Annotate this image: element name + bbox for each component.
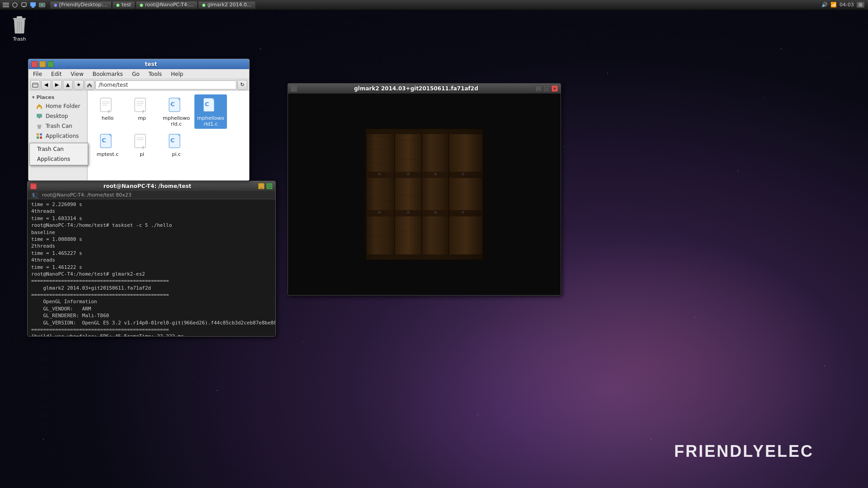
terminal-close-btn[interactable] [30,183,37,189]
glmark2-titlebar: glmark2 2014.03+git20150611.fa71af2d _ □… [288,84,561,94]
location-bar[interactable]: /home/test [95,80,236,89]
taskbar-icon-5[interactable] [38,1,46,9]
taskbar-volume-icon[interactable]: 🔊 [821,2,828,8]
terminal-content[interactable]: time = 2.226090 s 4threads time = 1.6033… [28,199,275,336]
file-label-pi-c: pi.c [172,151,181,157]
taskbar-icon-3[interactable] [20,1,28,9]
svg-line-14 [21,21,22,33]
file-manager-close-btn[interactable] [31,61,38,67]
file-item-pi-c[interactable]: C pi.c [160,131,193,159]
terminal-line-16: GL_RENDERER: Mali-T860 [31,312,272,319]
file-item-pi[interactable]: ? pi [126,131,158,159]
taskbar-network-icon[interactable]: 📶 [830,2,837,8]
glmark2-close-btn[interactable]: × [552,85,558,92]
taskbar-menu-icon[interactable] [2,1,10,9]
taskbar-window-btn[interactable]: ⊞ [857,2,864,8]
home-folder-icon [36,103,43,110]
toolbar-forward-btn[interactable]: ▶ [52,80,62,90]
terminal-line-5: time = 1.008880 s [31,236,272,243]
svg-rect-6 [30,2,36,6]
svg-rect-2 [3,6,9,7]
taskbar-right: 🔊 📶 04:03 ⊞ [818,2,868,8]
toolbar-bookmarks-btn[interactable]: ★ [74,80,84,90]
svg-rect-20 [40,133,42,136]
terminal-line-14: OpenGL Information [31,298,272,305]
taskbar-icon-4[interactable] [29,1,37,9]
sidebar-item-home[interactable]: Home Folder [28,101,87,111]
terminal-max-btn[interactable]: □ [266,183,273,189]
taskbar-icon-2[interactable] [11,1,19,9]
menu-view[interactable]: View [69,70,85,78]
file-icon-mphelloworld-c: C [167,96,186,115]
file-manager-min-btn[interactable] [39,61,46,67]
glmark2-min-btn[interactable]: _ [535,85,542,92]
menu-tools[interactable]: Tools [147,70,164,78]
file-label-hello: hello [102,115,114,121]
menu-go[interactable]: Go [130,70,142,78]
taskbar-apps: ● [FriendlyDesktop:... ● test ● root@Nan… [48,1,818,9]
terminal-header: $_ root@NanoPC-T4: /home/test 80x23 [28,191,275,199]
file-label-pi: pi [140,151,144,157]
sidebar-item-trash-can[interactable]: Trash Can [28,121,87,131]
svg-text:C: C [205,101,209,108]
taskbar-app-terminal[interactable]: ● root@NanoPC-T4:... [136,1,198,9]
taskbar-app-test[interactable]: ● test [112,1,135,9]
desktop-icon-trash[interactable]: Trash [4,12,35,44]
file-item-mp[interactable]: ? mp [126,94,158,129]
terminal-line-18: ========================================… [31,326,272,333]
glmark2-content [288,94,561,295]
menu-edit[interactable]: Edit [49,70,63,78]
terminal-line-12: glmark2 2014.03+git20150611.fa71af2d [31,285,272,291]
file-manager-max-btn[interactable] [47,61,54,67]
terminal-min-btn[interactable]: _ [258,183,264,189]
terminal-line-9: time = 1.461222 s [31,264,272,271]
sidebar-item-applications[interactable]: Applications [28,131,87,141]
terminal-line-10: root@NanoPC-T4:/home/test# glmark2-es2 [31,271,272,277]
file-label-mptest-c: mptest.c [97,151,118,157]
menu-bookmarks[interactable]: Bookmarks [91,70,125,78]
context-menu-item-trash-can[interactable]: Trash Can [30,144,88,154]
sidebar-section-places: ▾ Places [28,94,87,101]
desktop: ● [FriendlyDesktop:... ● test ● root@Nan… [0,0,868,488]
svg-rect-22 [40,136,42,139]
svg-rect-19 [37,133,39,136]
svg-text:?: ? [108,110,110,114]
file-icon-mphelloworld1-c: C [201,96,220,115]
toolbar-reload-btn[interactable]: ↻ [237,80,247,90]
svg-rect-17 [38,117,40,118]
watermark: FRIENDLYELEC [674,442,814,461]
file-area: ? hello ? [88,91,249,180]
terminal-line-2: time = 1.603314 s [31,215,272,222]
file-manager-titlebar: test [28,59,249,69]
taskbar-time: 04:03 [840,2,854,8]
applications-sidebar-icon [36,132,43,140]
toolbar-home-btn[interactable] [85,80,94,90]
wood-texture [359,127,490,262]
terminal-title: root@NanoPC-T4: /home/test [38,183,256,189]
svg-rect-1 [3,5,9,5]
menu-help[interactable]: Help [169,70,185,78]
terminal-line-17: GL_VERSION: OpenGL ES 3.2 v1.r14p0-01rel… [31,319,272,326]
svg-text:?: ? [142,110,144,114]
file-item-mptest-c[interactable]: C mptest.c [91,131,124,159]
menu-file[interactable]: File [31,70,44,78]
glmark2-max-btn[interactable]: □ [543,85,550,92]
sidebar-item-desktop[interactable]: Desktop [28,111,87,121]
glmark2-title: glmark2 2014.03+git20150611.fa71af2d [299,85,533,92]
toolbar-new-folder-btn[interactable] [30,80,40,90]
taskbar-app-glmark2[interactable]: ● glmark2 2014.0... [198,1,256,9]
svg-rect-5 [23,6,25,7]
terminal-line-11: ========================================… [31,277,272,284]
terminal-line-4: baseline [31,229,272,236]
file-item-mphelloworld-c[interactable]: C mphelloworld.c [160,94,193,129]
trash-can-sidebar-icon [36,122,43,130]
file-item-mphelloworld1-c[interactable]: C mphelloworld1.c [194,94,227,129]
file-icon-mptest-c: C [98,132,117,151]
terminal-line-19: [build] use-vbo=false: FPS: 45 FrameTime… [31,333,272,336]
toolbar-up-btn[interactable]: ▲ [63,80,73,90]
context-menu-item-applications[interactable]: Applications [30,154,88,164]
taskbar-app-friendly-desktop[interactable]: ● [FriendlyDesktop:... [50,1,112,9]
file-item-hello[interactable]: ? hello [91,94,124,129]
toolbar-back-btn[interactable]: ◀ [41,80,51,90]
terminal-line-6: 2threads [31,243,272,249]
